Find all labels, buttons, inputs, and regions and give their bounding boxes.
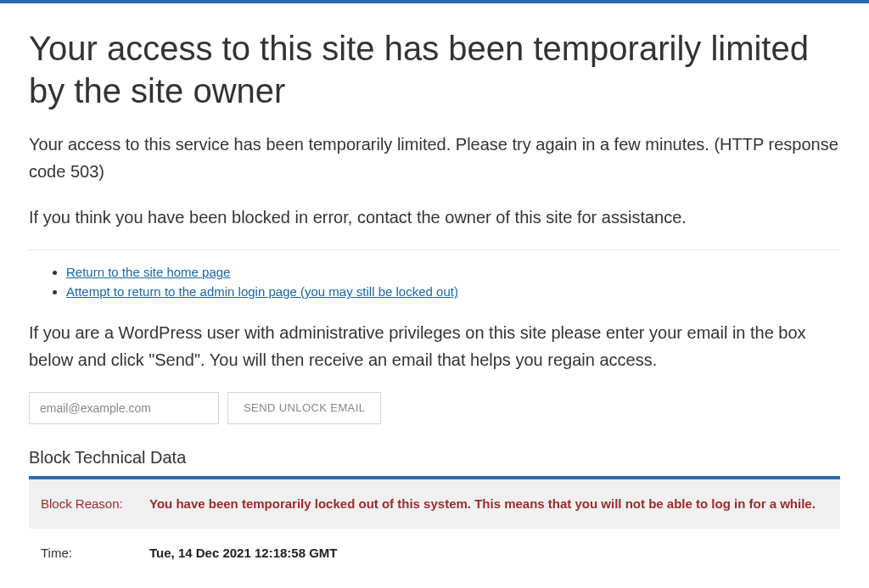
block-reason-value: You have been temporarily locked out of … <box>137 479 840 529</box>
tech-data-heading: Block Technical Data <box>29 448 840 468</box>
send-unlock-button[interactable]: SEND UNLOCK EMAIL <box>227 392 381 424</box>
email-field[interactable] <box>29 392 219 424</box>
admin-instructions-text: If you are a WordPress user with adminis… <box>29 319 840 373</box>
intro-text: Your access to this service has been tem… <box>29 131 840 185</box>
list-item: Attempt to return to the admin login pag… <box>66 282 840 301</box>
time-value: Tue, 14 Dec 2021 12:18:58 GMT <box>137 529 840 579</box>
contact-owner-text: If you think you have been blocked in er… <box>29 204 840 231</box>
tech-data-table-wrap: Block Reason: You have been temporarily … <box>29 476 840 579</box>
tech-data-table: Block Reason: You have been temporarily … <box>29 479 840 579</box>
nav-link-list: Return to the site home page Attempt to … <box>29 262 840 302</box>
home-link[interactable]: Return to the site home page <box>66 265 230 279</box>
table-row: Time: Tue, 14 Dec 2021 12:18:58 GMT <box>29 529 840 579</box>
time-label: Time: <box>29 529 137 579</box>
list-item: Return to the site home page <box>66 262 840 282</box>
unlock-form: SEND UNLOCK EMAIL <box>29 392 840 424</box>
divider <box>29 249 840 250</box>
block-reason-label: Block Reason: <box>29 479 137 529</box>
admin-login-link[interactable]: Attempt to return to the admin login pag… <box>66 284 458 299</box>
page-title: Your access to this site has been tempor… <box>29 27 840 112</box>
table-row: Block Reason: You have been temporarily … <box>29 479 840 529</box>
content-container: Your access to this site has been tempor… <box>0 3 869 588</box>
